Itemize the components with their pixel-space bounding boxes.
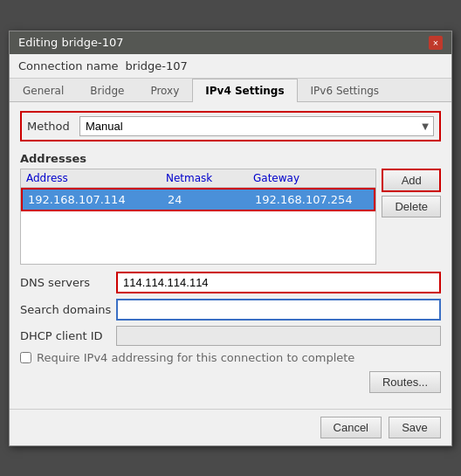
address-cell-gateway: 192.168.107.254	[255, 193, 368, 206]
require-ipv4-row: Require IPv4 addressing for this connect…	[20, 351, 441, 364]
tab-general[interactable]: General	[10, 79, 77, 102]
method-row: Method Manual Automatic (DHCP) Link-Loca…	[20, 111, 441, 141]
search-domains-input[interactable]	[116, 299, 441, 321]
require-ipv4-label: Require IPv4 addressing for this connect…	[37, 351, 354, 364]
tabs-bar: General Bridge Proxy IPv4 Settings IPv6 …	[10, 79, 451, 102]
addresses-section: Addresses Address Netmask Gateway 192.16…	[20, 152, 441, 265]
method-select[interactable]: Manual Automatic (DHCP) Link-Local Only …	[79, 116, 434, 136]
search-domains-row: Search domains	[20, 299, 441, 321]
tab-bridge[interactable]: Bridge	[77, 79, 137, 102]
method-label: Method	[27, 120, 71, 133]
tab-proxy[interactable]: Proxy	[137, 79, 192, 102]
cancel-button[interactable]: Cancel	[320, 417, 382, 438]
dhcp-client-id-row: DHCP client ID	[20, 326, 441, 346]
addresses-table: Address Netmask Gateway 192.168.107.114 …	[20, 169, 376, 265]
addresses-table-area: Address Netmask Gateway 192.168.107.114 …	[20, 169, 376, 265]
address-cell-ip: 192.168.107.114	[28, 193, 168, 206]
require-ipv4-checkbox[interactable]	[20, 352, 31, 363]
connection-name-row: Connection name bridge-107	[10, 54, 451, 79]
method-select-wrapper: Manual Automatic (DHCP) Link-Local Only …	[79, 116, 434, 136]
dhcp-client-id-input	[116, 326, 441, 346]
addresses-with-buttons: Address Netmask Gateway 192.168.107.114 …	[20, 169, 441, 265]
title-bar: Editing bridge-107 ×	[10, 31, 451, 54]
add-button[interactable]: Add	[382, 169, 441, 192]
dialog: Editing bridge-107 × Connection name bri…	[9, 31, 452, 446]
table-row[interactable]: 192.168.107.114 24 192.168.107.254	[21, 188, 375, 211]
address-cell-netmask: 24	[168, 193, 255, 206]
dns-servers-row: DNS servers	[20, 272, 441, 293]
col-header-gateway: Gateway	[253, 172, 370, 184]
dns-servers-label: DNS servers	[20, 276, 116, 289]
content-area: Method Manual Automatic (DHCP) Link-Loca…	[10, 102, 451, 409]
tab-ipv4[interactable]: IPv4 Settings	[192, 79, 297, 102]
bottom-buttons: Cancel Save	[10, 409, 451, 445]
addresses-section-title: Addresses	[20, 152, 441, 165]
search-domains-label: Search domains	[20, 303, 116, 316]
col-header-address: Address	[26, 172, 166, 184]
addresses-header: Address Netmask Gateway	[21, 169, 375, 188]
add-delete-buttons: Add Delete	[382, 169, 441, 265]
addresses-empty-area	[21, 211, 375, 264]
dhcp-client-id-label: DHCP client ID	[20, 329, 116, 342]
connection-name-value: bridge-107	[126, 59, 188, 72]
save-button[interactable]: Save	[389, 417, 441, 438]
routes-row: Routes...	[20, 371, 441, 393]
dialog-title: Editing bridge-107	[18, 36, 124, 49]
col-header-netmask: Netmask	[166, 172, 253, 184]
connection-name-label: Connection name	[18, 59, 119, 72]
close-button[interactable]: ×	[429, 36, 443, 50]
routes-button[interactable]: Routes...	[369, 371, 441, 393]
dns-servers-input[interactable]	[116, 272, 441, 293]
delete-button[interactable]: Delete	[382, 196, 441, 217]
tab-ipv6[interactable]: IPv6 Settings	[298, 79, 393, 102]
